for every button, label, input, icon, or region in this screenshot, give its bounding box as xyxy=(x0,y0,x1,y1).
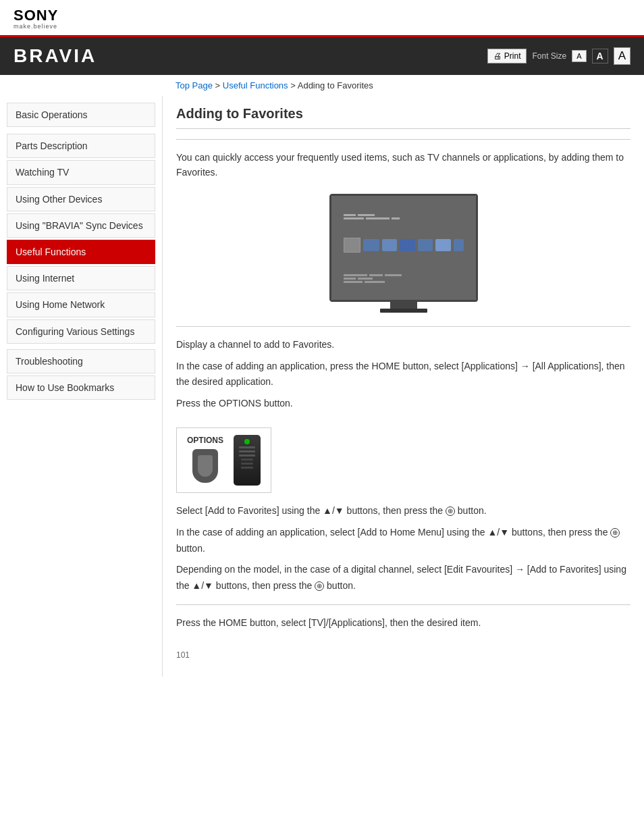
bravia-title: BRAVIA xyxy=(14,45,97,67)
divider-3 xyxy=(176,604,630,605)
options-illustration: OPTIONS xyxy=(176,417,630,503)
print-button[interactable]: 🖨 Print xyxy=(487,49,527,63)
top-logo-bar: SONY make.believe xyxy=(0,0,644,37)
step-4-text: Select [Add to Favorites] using the ▲/▼ … xyxy=(176,503,630,519)
sony-logo: SONY make.believe xyxy=(14,8,630,30)
sidebar-item-how-to-use[interactable]: How to Use Bookmarks xyxy=(7,375,155,400)
page-number: 101 xyxy=(176,637,630,663)
header-controls: 🖨 Print Font Size A A A xyxy=(487,47,630,65)
sidebar-item-basic-operations[interactable]: Basic Operations xyxy=(7,103,155,127)
sidebar-item-parts-description[interactable]: Parts Description xyxy=(7,134,155,158)
font-medium-button[interactable]: A xyxy=(592,49,608,63)
header-bar: BRAVIA 🖨 Print Font Size A A A xyxy=(0,37,644,75)
sidebar-item-using-bravia-sync[interactable]: Using "BRAVIA" Sync Devices xyxy=(7,213,155,238)
sidebar: Basic Operations Parts Description Watch… xyxy=(0,96,162,677)
step-5-text: In the case of adding an application, se… xyxy=(176,525,630,557)
sidebar-item-configuring-settings[interactable]: Configuring Various Settings xyxy=(7,319,155,344)
breadcrumb: Top Page > Useful Functions > Adding to … xyxy=(0,75,644,96)
page-title: Adding to Favorites xyxy=(176,96,630,129)
divider-2 xyxy=(176,326,630,327)
step-1-text: Display a channel to add to Favorites. xyxy=(176,337,630,353)
circle-confirm-icon-2: ⊕ xyxy=(610,528,620,538)
sidebar-item-using-home-network[interactable]: Using Home Network xyxy=(7,292,155,317)
breadcrumb-useful-functions[interactable]: Useful Functions xyxy=(223,80,288,90)
breadcrumb-top-page[interactable]: Top Page xyxy=(176,80,213,90)
divider-1 xyxy=(176,139,630,140)
content-area: Adding to Favorites You can quickly acce… xyxy=(162,96,644,677)
options-label: OPTIONS xyxy=(187,436,223,445)
sidebar-item-using-internet[interactable]: Using Internet xyxy=(7,266,155,290)
tv-illustration xyxy=(176,194,630,313)
font-size-label: Font Size xyxy=(532,51,566,61)
breadcrumb-current: Adding to Favorites xyxy=(298,80,373,90)
sidebar-item-useful-functions[interactable]: Useful Functions xyxy=(7,240,155,264)
print-icon: 🖨 xyxy=(493,51,502,61)
step-3-text: Press the OPTIONS button. xyxy=(176,396,630,412)
intro-text: You can quickly access your frequently u… xyxy=(176,150,630,180)
step-2-text: In the case of adding an application, pr… xyxy=(176,359,630,391)
circle-confirm-icon-3: ⊕ xyxy=(315,581,324,591)
font-small-button[interactable]: A xyxy=(572,50,586,62)
main-layout: Basic Operations Parts Description Watch… xyxy=(0,96,644,677)
sidebar-item-watching-tv[interactable]: Watching TV xyxy=(7,160,155,184)
sidebar-item-troubleshooting[interactable]: Troubleshooting xyxy=(7,349,155,373)
circle-confirm-icon: ⊕ xyxy=(446,506,455,516)
sidebar-item-using-other-devices[interactable]: Using Other Devices xyxy=(7,187,155,211)
step-6-text: Depending on the model, in the case of a… xyxy=(176,562,630,594)
step-7-text: Press the HOME button, select [TV]/[Appl… xyxy=(176,615,630,631)
font-large-button[interactable]: A xyxy=(614,47,630,65)
